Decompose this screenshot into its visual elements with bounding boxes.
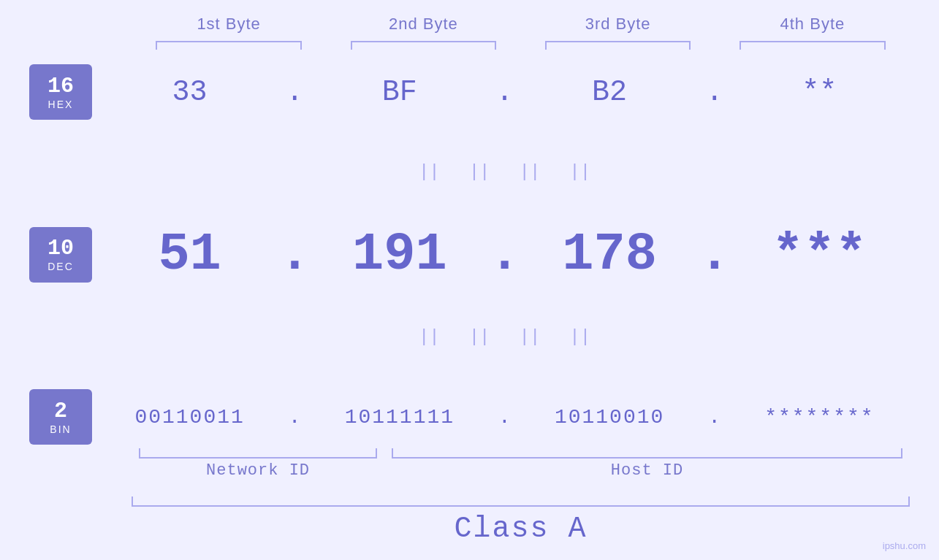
hex-values-row: 33 . BF . B2 . ** <box>99 76 910 109</box>
byte-header-1: 1st Byte <box>132 15 326 34</box>
bin-values-row: 00110011 . 10111111 . 10110010 . *******… <box>99 406 910 429</box>
bin-val-2: 10111111 <box>309 406 490 429</box>
host-bracket: Host ID <box>384 448 910 480</box>
hex-row: 16 HEX 33 . BF . B2 . ** <box>29 64 910 120</box>
eq1-1: || <box>419 161 440 183</box>
eq1-3: || <box>520 161 541 183</box>
byte-header-3: 3rd Byte <box>521 15 715 34</box>
bin-dot-3: . <box>700 406 729 429</box>
bin-val-3: 10110010 <box>520 406 700 429</box>
hex-dot-3: . <box>700 76 729 109</box>
network-id-label: Network ID <box>132 461 384 480</box>
byte-header-4: 4th Byte <box>715 15 910 34</box>
bin-val-1: 00110011 <box>99 406 280 429</box>
eq2-2: || <box>469 326 490 348</box>
top-bracket-3 <box>521 41 715 50</box>
equals-row-2: || || || || <box>349 285 590 390</box>
hex-val-3: B2 <box>520 76 700 109</box>
bin-dot-1: . <box>280 406 309 429</box>
dec-values-row: 51 . 191 . 178 . *** <box>99 225 910 285</box>
network-bracket-line <box>139 448 377 459</box>
dec-dot-3: . <box>700 225 729 285</box>
dec-val-4: *** <box>729 225 910 285</box>
dec-val-2: 191 <box>309 225 490 285</box>
main-container: 1st Byte 2nd Byte 3rd Byte 4th Byte 16 H… <box>0 0 939 560</box>
bottom-section: Network ID Host ID <box>29 448 910 486</box>
equals-row-1: || || || || <box>349 120 590 225</box>
byte-header-2: 2nd Byte <box>326 15 520 34</box>
eq2-4: || <box>569 326 590 348</box>
hex-dot-2: . <box>490 76 520 109</box>
eq2-1: || <box>419 326 440 348</box>
hex-val-4: ** <box>729 76 910 109</box>
class-section: Class A <box>29 496 910 545</box>
dec-dot-1: . <box>280 225 309 285</box>
bin-val-4: ******** <box>729 406 910 429</box>
hex-badge: 16 HEX <box>29 64 92 120</box>
dec-badge-label: DEC <box>47 261 74 272</box>
class-label: Class A <box>132 513 910 545</box>
top-bracket-4 <box>715 41 910 50</box>
class-bracket-line <box>132 496 910 507</box>
bin-badge-number: 2 <box>54 399 67 423</box>
dec-dot-2: . <box>490 225 520 285</box>
bin-row: 2 BIN 00110011 . 10111111 . 10110010 . *… <box>29 389 910 445</box>
dec-badge-number: 10 <box>47 237 74 261</box>
hex-badge-label: HEX <box>48 99 74 110</box>
dec-badge: 10 DEC <box>29 227 92 283</box>
hex-val-1: 33 <box>99 76 280 109</box>
eq2-3: || <box>520 326 541 348</box>
bin-dot-2: . <box>490 406 520 429</box>
hex-val-2: BF <box>309 76 490 109</box>
network-bracket: Network ID <box>132 448 384 480</box>
dec-row: 10 DEC 51 . 191 . 178 . *** <box>29 225 910 285</box>
hex-badge-number: 16 <box>47 74 74 99</box>
top-brackets <box>29 41 910 50</box>
top-bracket-1 <box>132 41 326 50</box>
eq1-2: || <box>469 161 490 183</box>
host-bracket-line <box>392 448 902 459</box>
bin-badge-label: BIN <box>50 423 71 435</box>
watermark: ipshu.com <box>883 540 926 551</box>
dec-val-1: 51 <box>99 225 280 285</box>
bin-badge: 2 BIN <box>29 389 92 445</box>
network-host-labels: Network ID Host ID <box>132 448 910 480</box>
byte-headers: 1st Byte 2nd Byte 3rd Byte 4th Byte <box>29 15 910 34</box>
eq1-4: || <box>569 161 590 183</box>
hex-dot-1: . <box>280 76 309 109</box>
host-id-label: Host ID <box>384 461 910 480</box>
dec-val-3: 178 <box>520 225 700 285</box>
top-bracket-2 <box>326 41 520 50</box>
